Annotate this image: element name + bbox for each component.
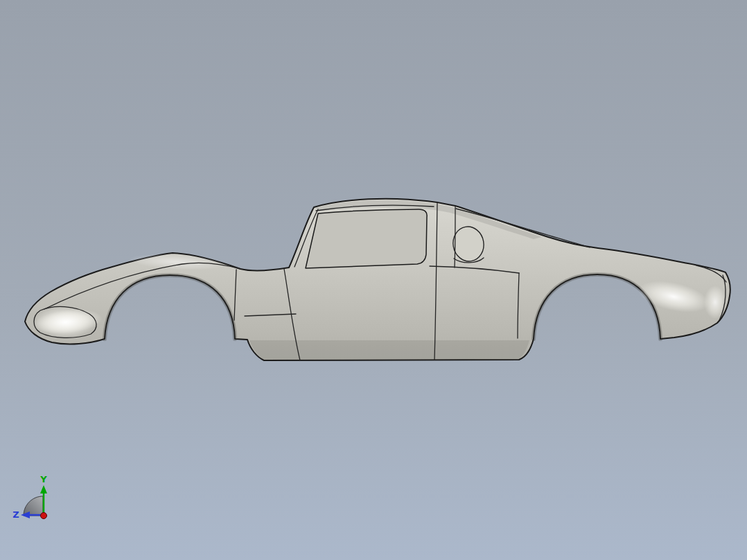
x-axis-origin-dot[interactable] <box>41 513 47 519</box>
y-axis-label: Y <box>39 474 47 484</box>
rocker-shade <box>249 340 529 360</box>
z-axis-label: Z <box>12 509 19 520</box>
tail-highlight <box>704 286 726 319</box>
model-canvas[interactable]: Y Z <box>0 0 747 560</box>
side-window <box>306 209 427 268</box>
cad-viewport[interactable]: Y Z <box>0 0 747 560</box>
